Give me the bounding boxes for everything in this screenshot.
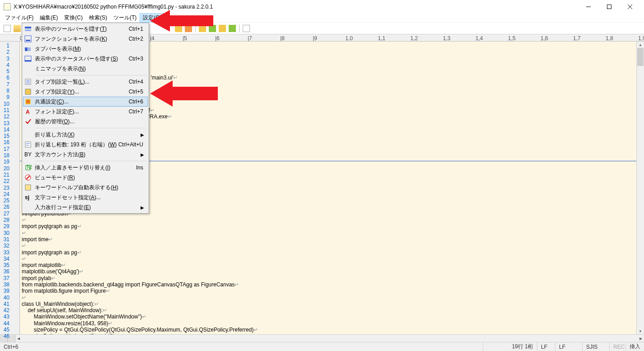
code-line[interactable]: matplotlib.use('Qt4Agg')↵ <box>22 268 636 275</box>
menu-item[interactable]: キーワードヘルプ自動表示する(H) <box>23 183 148 192</box>
svg-marker-29 <box>150 80 218 107</box>
code-line[interactable]: import time↵ <box>22 236 636 243</box>
code-line[interactable]: import matplotlib↵ <box>22 262 636 268</box>
svg-marker-28 <box>150 10 213 32</box>
common-icon <box>24 98 32 106</box>
svg-rect-20 <box>25 142 31 147</box>
scroll-thumb[interactable] <box>637 48 644 66</box>
svg-text:A: A <box>26 109 30 115</box>
code-line[interactable]: from matplotlib.backends.backend_qt4agg … <box>22 281 636 288</box>
scroll-down-arrow[interactable]: ▼ <box>637 328 644 334</box>
code-line[interactable]: sizePolicy = QtGui.QSizePolicy(QtGui.QSi… <box>22 327 636 333</box>
svg-rect-16 <box>25 89 31 94</box>
menu-item[interactable]: NS挿入／上書きモード切り替え(I)Ins <box>23 163 148 173</box>
menu-shortcut: Ctrl+2 <box>129 36 146 42</box>
menu-item[interactable]: 表示中のツールバーを隠す(T)Ctrl+1 <box>23 24 148 34</box>
menu-item[interactable]: 入力改行コード指定(E)▶ <box>23 202 148 212</box>
code-line[interactable]: MainWindow.resize(1643, 958)↵ <box>22 320 636 327</box>
open-file-button[interactable] <box>13 24 22 33</box>
status-encoding: SJIS <box>583 342 610 351</box>
minimize-button[interactable] <box>578 0 599 13</box>
menu-item[interactable]: 履歴の管理(O)... <box>23 117 148 126</box>
menu-item-label: ビューモード(R) <box>35 174 146 182</box>
svg-text:NS: NS <box>27 164 32 170</box>
menu-item-label: 挿入／上書きモード切り替え(I) <box>35 164 136 172</box>
code-line[interactable]: ↵ <box>22 217 636 223</box>
menu-item[interactable]: 折り返し方法(X)▶ <box>23 130 148 140</box>
svg-rect-9 <box>28 47 31 51</box>
code-line[interactable]: import pylab↵ <box>22 275 636 281</box>
menu-item[interactable]: ファンクションキーを表示(K)Ctrl+2 <box>23 34 148 44</box>
menu-item-label: 折り返し方法(X) <box>35 131 141 139</box>
code-line[interactable]: sizePolicy.setHorizontalStretch(0)↵ <box>22 333 636 334</box>
menu-item[interactable]: 変換(C) <box>61 13 86 23</box>
menu-item[interactable]: sj文字コードセット指定(A)... <box>23 192 148 202</box>
menu-item-label: タイプ別設定一覧(L)... <box>35 78 129 86</box>
code-line[interactable]: MainWindow.setObjectName("MainWindow")↵ <box>22 314 636 320</box>
svg-rect-18 <box>26 100 30 103</box>
svg-rect-5 <box>25 29 31 31</box>
maximize-button[interactable] <box>599 0 620 13</box>
menu-item-label: キーワードヘルプ自動表示する(H) <box>35 184 146 192</box>
horizontal-scrollbar[interactable]: ◀ ▶ <box>0 334 644 342</box>
menu-item-label: 入力改行コード指定(E) <box>35 204 141 211</box>
status-rec: REC <box>610 342 626 351</box>
menu-item[interactable]: タイプ別設定一覧(L)...Ctrl+4 <box>23 77 148 87</box>
svg-rect-26 <box>25 185 31 190</box>
code-line[interactable]: ↵ <box>22 243 636 249</box>
vertical-scrollbar[interactable]: ▲ ▼ <box>636 42 644 334</box>
menu-shortcut: Ctrl+4 <box>129 79 146 85</box>
blank-icon <box>24 203 32 211</box>
menu-shortcut: Ctrl+Alt+U <box>118 141 146 148</box>
statusbar: Ctrl+6 19行 1桁 LF LF SJIS REC 挿入 <box>0 342 644 351</box>
code-line[interactable]: from matplotlib.figure import Figure↵ <box>22 288 636 294</box>
svg-rect-1 <box>607 5 611 9</box>
annotation-arrow-top <box>150 7 213 34</box>
menu-item[interactable]: タブバーを表示(M) <box>23 44 148 54</box>
type-icon <box>24 88 32 96</box>
menu-item[interactable]: 表示中のステータスバーを隠す(S)Ctrl+3 <box>23 54 148 64</box>
code-line[interactable]: class Ui_MainWindow(object):↵ <box>22 301 636 307</box>
code-line[interactable]: def setupUi(self, MainWindow):↵ <box>22 307 636 314</box>
annotation-arrow-bottom <box>150 78 218 109</box>
menu-item[interactable]: ファイル(F) <box>2 13 37 23</box>
close-button[interactable] <box>620 0 640 13</box>
menu-item[interactable]: 編集(E) <box>37 13 61 23</box>
status-hint: Ctrl+6 <box>0 342 483 351</box>
wrap-icon <box>24 140 32 149</box>
menu-item-label: 表示中のステータスバーを隠す(S) <box>35 55 129 63</box>
menu-item[interactable]: Aフォント設定(F)...Ctrl+7 <box>23 107 148 117</box>
menu-item[interactable]: タイプ別設定(Y)...Ctrl+5 <box>23 87 148 97</box>
code-line[interactable]: ↵ <box>22 230 636 236</box>
tool-button[interactable] <box>242 24 251 33</box>
help-icon <box>24 183 32 192</box>
menu-shortcut: Ctrl+5 <box>129 89 146 95</box>
code-line[interactable]: ↵ <box>22 256 636 262</box>
menu-shortcut: Ins <box>136 164 146 171</box>
settings-menu-dropdown: 表示中のツールバーを隠す(T)Ctrl+1ファンクションキーを表示(K)Ctrl… <box>22 23 149 214</box>
code-line[interactable]: import pyqtgraph as pg↵ <box>22 223 636 229</box>
app-icon <box>4 3 11 10</box>
scroll-right-arrow[interactable]: ▶ <box>638 335 644 342</box>
menu-shortcut: Ctrl+7 <box>129 108 146 115</box>
code-line[interactable]: import pyqtgraph as pg↵ <box>22 249 636 256</box>
menu-item[interactable]: 折り返し桁数: 193 桁（右端）(W)Ctrl+Alt+U <box>23 140 148 150</box>
scroll-up-arrow[interactable]: ▲ <box>637 42 644 48</box>
tool-button[interactable] <box>218 24 227 33</box>
status-position: 19行 1桁 <box>483 342 537 351</box>
menu-item[interactable]: 検索(S) <box>86 13 110 23</box>
menu-item[interactable]: BYTE文字カウント方法(B)▶ <box>23 150 148 159</box>
menu-item[interactable]: ツール(T) <box>110 13 140 23</box>
menu-item[interactable]: ミニマップを表示(N) <box>23 64 148 74</box>
sj-icon: sj <box>24 193 32 201</box>
menu-item[interactable]: 共通設定(C)...Ctrl+6 <box>23 97 148 107</box>
menu-item-label: 文字コードセット指定(A)... <box>35 194 146 201</box>
svg-rect-4 <box>25 27 31 28</box>
menu-item-label: 表示中のツールバーを隠す(T) <box>35 25 129 33</box>
tool-button[interactable] <box>228 24 237 33</box>
list-icon <box>24 78 32 86</box>
scroll-left-arrow[interactable]: ◀ <box>15 335 22 342</box>
new-file-button[interactable] <box>3 24 12 33</box>
code-line[interactable]: ↵ <box>22 295 636 301</box>
menu-item[interactable]: ビューモード(R) <box>23 173 148 183</box>
